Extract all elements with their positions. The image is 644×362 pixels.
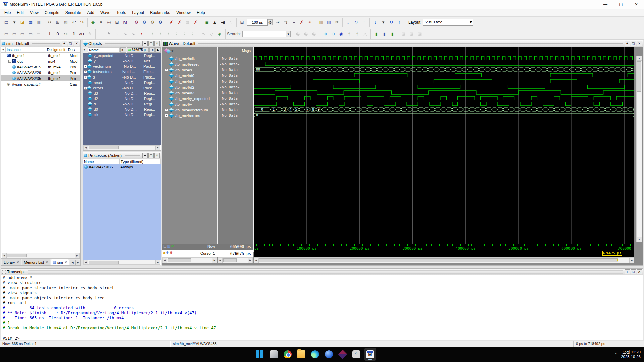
object-row-d1[interactable]: d1-No D...Regi... [83, 101, 161, 107]
toolbar-icon-flame[interactable]: ≈ [306, 19, 313, 26]
column-header-type[interactable]: Type (filtered) [120, 159, 161, 164]
objects-undock-button[interactable]: ◱ [148, 41, 154, 46]
object-row-errors[interactable]: +errors-No D...Pack... [83, 85, 161, 91]
expand-icon[interactable]: + [8, 60, 11, 63]
wave-panel-grip[interactable] [198, 42, 623, 45]
expand-icon[interactable]: + [84, 65, 87, 68]
object-row-clk[interactable]: clk-No D...Regi... [83, 112, 161, 117]
taskbar-icon-quartus[interactable] [337, 348, 348, 361]
spinner-arrows[interactable]: ▲▼ [268, 19, 273, 25]
toolbar-icon-zoom-out[interactable]: ⊖ [329, 30, 337, 38]
taskbar-icon-copilot[interactable] [323, 348, 335, 361]
taskbar-icon-file-explorer[interactable] [296, 348, 307, 361]
toolbar-icon-save[interactable]: ▦ [27, 19, 34, 26]
processes-close-button[interactable]: ✕ [154, 153, 160, 158]
cursor-band-icons[interactable]: ◙⚙⊖ [163, 251, 173, 254]
sim-hscrollbar[interactable]: ◀ ▶ [2, 253, 80, 258]
values-hscrollbar[interactable]: ◀ ▶ [218, 257, 253, 263]
maximize-button[interactable]: ▢ [613, 0, 629, 9]
wave-signal-errors[interactable]: +/tb_mx4/errors [162, 113, 217, 118]
menu-help[interactable]: Help [194, 9, 208, 16]
toolbar-icon-gbox[interactable]: ▣ [203, 19, 210, 26]
collapse-icon[interactable]: - [3, 54, 6, 57]
wave-signal-d2[interactable]: /tb_mx4/d2 [162, 84, 217, 90]
sim-panel-add-button[interactable]: + [62, 41, 67, 46]
objects-hscrollbar[interactable]: ◀ ▶ [83, 145, 160, 150]
scroll-left-arrow[interactable]: ◀ [84, 146, 88, 150]
toolbar-icon-dn-b[interactable]: ↓ [371, 19, 379, 26]
toolbar-icon-copy[interactable]: ⊞ [54, 19, 61, 26]
scroll-right-arrow[interactable]: ▶ [212, 258, 217, 263]
toolbar-icon-paste[interactable]: ▨ [62, 19, 69, 26]
expand-right-button[interactable]: ▶ [155, 47, 161, 53]
object-row-testvectors[interactable]: +testvectorsNot L...Fixe... [83, 69, 161, 74]
scroll-right-arrow[interactable]: ▶ [629, 258, 634, 263]
menu-window[interactable]: Window [173, 9, 194, 16]
menu-file[interactable]: File [1, 9, 14, 16]
object-row-y_expected[interactable]: y_expected-No D...Regi... [83, 53, 161, 58]
close-icon[interactable]: ✕ [65, 261, 67, 264]
toolbar-icon-wins[interactable]: ◈ [216, 30, 224, 38]
toolbar-icon-all-btn[interactable]: ALL [78, 30, 86, 38]
scroll-thumb[interactable] [259, 258, 618, 262]
tree-row-ALWAYS35[interactable]: #ALWAYS#35tb_mx4Pro [1, 75, 80, 81]
toolbar-icon-mem[interactable]: ▭ [3, 30, 10, 38]
menu-bookmarks[interactable]: Bookmarks [147, 9, 173, 16]
toolbar-icon-rl-b[interactable]: ↻ [352, 19, 360, 26]
expand-icon[interactable]: + [165, 68, 168, 71]
object-row-vectornum[interactable]: +vectornum-No D...Pack... [83, 64, 161, 69]
scroll-left-arrow[interactable]: ◀ [84, 260, 88, 264]
toolbar-icon-print[interactable]: ▥ [35, 19, 42, 26]
scroll-left-arrow[interactable]: ◀ [2, 253, 7, 258]
tab-scroll-left[interactable]: ◀ [70, 260, 75, 265]
scroll-left-arrow[interactable]: ◀ [218, 258, 223, 263]
scroll-left-arrow[interactable]: ◀ [254, 258, 259, 263]
object-row-y[interactable]: y-No D...Net [83, 58, 161, 64]
tree-row-vsim_capacity[interactable]: ◉#vsim_capacity#Cap [1, 81, 80, 87]
wave-signal-y[interactable]: /tb_mx4/y [162, 101, 217, 107]
close-button[interactable]: ✕ [629, 0, 644, 9]
wave-signal-y_expected[interactable]: /tb_mx4/y_expected [162, 96, 217, 101]
toolbar-icon-gear-navy[interactable]: ⚙ [157, 19, 164, 26]
menu-add[interactable]: Add [84, 9, 97, 16]
waveform-area[interactable]: 00013457890 [254, 47, 634, 244]
expand-icon[interactable]: + [84, 76, 87, 79]
wave-signal-clk[interactable]: /tb_mx4/clk [162, 56, 217, 61]
toolbar-icon-mem[interactable]: ▭ [27, 30, 34, 38]
toolbar-icon-reddot[interactable]: ▪ [138, 30, 145, 38]
toolbar-icon-caret[interactable]: ▾ [11, 19, 18, 26]
now-band-icons[interactable]: ▤▦⊕ [163, 244, 175, 248]
toolbar-icon-o-btn[interactable]: 0 [54, 30, 61, 38]
expand-icon[interactable]: + [165, 108, 168, 111]
tree-row-tb_mx4[interactable]: -tb_mx4tb_mx4Mod [1, 53, 80, 58]
toolbar-icon-hand[interactable]: ≋ [333, 19, 341, 26]
spin-down-icon[interactable]: ▼ [268, 22, 273, 25]
wave-signal-d1[interactable]: /tb_mx4/d1 [162, 79, 217, 84]
object-row-d0[interactable]: d0-No D...Regi... [83, 107, 161, 112]
toolbar-icon-one-btn[interactable]: 1 [70, 30, 78, 38]
menu-simulate[interactable]: Simulate [62, 9, 84, 16]
menu-wave[interactable]: Wave [97, 9, 113, 16]
column-header-design-unit[interactable]: Design unit [46, 47, 67, 52]
toolbar-icon-cut[interactable]: ✂ [46, 19, 53, 26]
object-row-d2[interactable]: d2-No D...Regi... [83, 96, 161, 101]
taskbar-icon-widgets[interactable] [268, 348, 280, 361]
toolbar-icon-xred[interactable]: ✗ [192, 19, 199, 26]
toolbar-icon-run[interactable]: ⇥ [274, 19, 281, 26]
tab-sim[interactable]: sim✕ [51, 259, 69, 265]
sim-panel-close-button[interactable]: ✕ [74, 41, 79, 46]
spin-up-icon[interactable]: ▲ [268, 19, 273, 22]
toolbar-icon-zcur[interactable]: † [345, 30, 353, 38]
search-dropdown-button[interactable]: ▼ [286, 31, 291, 37]
transcript-output[interactable]: # add wave *# view structure# .main_pane… [1, 275, 643, 340]
wave-signal-vectornum[interactable]: +/tb_mx4/vectornum [162, 107, 217, 113]
taskbar-icon-chrome[interactable] [282, 348, 293, 361]
taskbar-clock[interactable]: 오전 12:20 2025-10-26 [621, 350, 641, 359]
toolbar-icon-undo[interactable]: ↶ [70, 19, 78, 26]
menu-layout[interactable]: Layout [129, 9, 147, 16]
toolbar-icon-col-green2[interactable]: ▮ [389, 30, 396, 38]
wave-signal-reset[interactable]: /tb_mx4/reset [162, 61, 217, 67]
scroll-down-arrow[interactable]: ▼ [637, 237, 642, 242]
tab-library[interactable]: Library✕ [2, 259, 21, 265]
toolbar-icon-redo[interactable]: ↷ [78, 19, 86, 26]
